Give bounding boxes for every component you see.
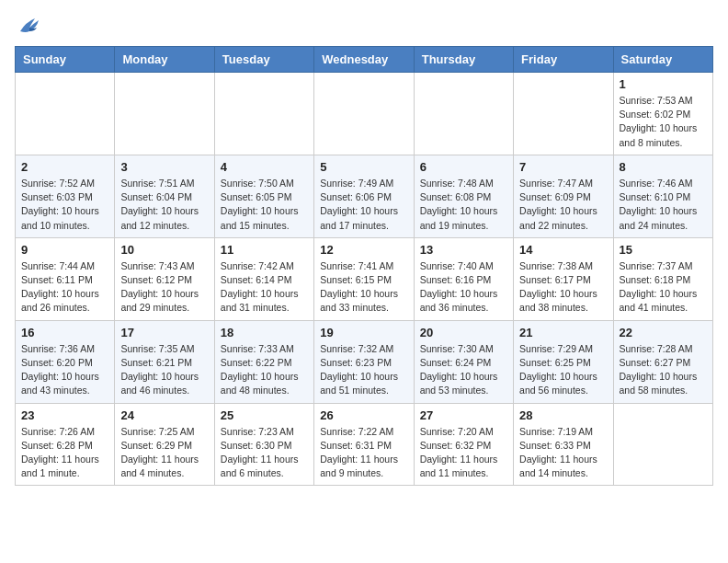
calendar-cell: 27Sunrise: 7:20 AM Sunset: 6:32 PM Dayli… xyxy=(414,403,513,486)
calendar-cell: 22Sunrise: 7:28 AM Sunset: 6:27 PM Dayli… xyxy=(613,320,712,403)
calendar-cell: 21Sunrise: 7:29 AM Sunset: 6:25 PM Dayli… xyxy=(514,320,613,403)
calendar-cell: 8Sunrise: 7:46 AM Sunset: 6:10 PM Daylig… xyxy=(613,155,712,237)
calendar-week-2: 2Sunrise: 7:52 AM Sunset: 6:03 PM Daylig… xyxy=(16,155,713,237)
day-info: Sunrise: 7:41 AM Sunset: 6:15 PM Dayligh… xyxy=(320,259,407,316)
column-header-monday: Monday xyxy=(115,47,214,73)
day-number: 23 xyxy=(21,408,108,422)
column-header-sunday: Sunday xyxy=(16,47,115,73)
day-number: 17 xyxy=(120,326,208,339)
day-info: Sunrise: 7:52 AM Sunset: 6:03 PM Dayligh… xyxy=(21,177,108,233)
calendar-cell: 24Sunrise: 7:25 AM Sunset: 6:29 PM Dayli… xyxy=(115,403,214,486)
day-info: Sunrise: 7:32 AM Sunset: 6:23 PM Dayligh… xyxy=(320,342,407,398)
calendar-table: SundayMondayTuesdayWednesdayThursdayFrid… xyxy=(15,46,713,486)
day-info: Sunrise: 7:20 AM Sunset: 6:32 PM Dayligh… xyxy=(420,425,507,481)
calendar-header-row: SundayMondayTuesdayWednesdayThursdayFrid… xyxy=(16,47,713,73)
calendar-cell: 7Sunrise: 7:47 AM Sunset: 6:09 PM Daylig… xyxy=(514,155,613,237)
day-info: Sunrise: 7:36 AM Sunset: 6:20 PM Dayligh… xyxy=(21,342,108,398)
day-number: 5 xyxy=(320,160,407,174)
day-number: 22 xyxy=(620,326,707,339)
day-info: Sunrise: 7:49 AM Sunset: 6:06 PM Dayligh… xyxy=(320,177,407,233)
day-info: Sunrise: 7:38 AM Sunset: 6:17 PM Dayligh… xyxy=(519,259,607,316)
calendar-cell xyxy=(16,73,115,155)
day-number: 18 xyxy=(221,326,308,339)
column-header-tuesday: Tuesday xyxy=(214,47,313,73)
day-info: Sunrise: 7:51 AM Sunset: 6:04 PM Dayligh… xyxy=(120,177,208,233)
calendar-cell: 4Sunrise: 7:50 AM Sunset: 6:05 PM Daylig… xyxy=(214,155,313,237)
calendar-cell: 12Sunrise: 7:41 AM Sunset: 6:15 PM Dayli… xyxy=(314,237,414,320)
day-info: Sunrise: 7:50 AM Sunset: 6:05 PM Dayligh… xyxy=(221,177,308,233)
column-header-friday: Friday xyxy=(514,47,613,73)
day-info: Sunrise: 7:53 AM Sunset: 6:02 PM Dayligh… xyxy=(620,94,707,150)
calendar-cell: 9Sunrise: 7:44 AM Sunset: 6:11 PM Daylig… xyxy=(16,237,115,320)
calendar-cell xyxy=(314,73,414,155)
day-info: Sunrise: 7:40 AM Sunset: 6:16 PM Dayligh… xyxy=(420,259,507,316)
day-info: Sunrise: 7:44 AM Sunset: 6:11 PM Dayligh… xyxy=(21,259,108,316)
day-info: Sunrise: 7:28 AM Sunset: 6:27 PM Dayligh… xyxy=(620,342,707,398)
day-number: 15 xyxy=(620,243,707,257)
day-number: 2 xyxy=(21,160,108,174)
calendar-cell xyxy=(214,73,313,155)
day-number: 10 xyxy=(120,243,208,257)
calendar-cell: 3Sunrise: 7:51 AM Sunset: 6:04 PM Daylig… xyxy=(115,155,214,237)
calendar-cell: 26Sunrise: 7:22 AM Sunset: 6:31 PM Dayli… xyxy=(314,403,414,486)
day-info: Sunrise: 7:46 AM Sunset: 6:10 PM Dayligh… xyxy=(620,177,707,233)
calendar-cell: 10Sunrise: 7:43 AM Sunset: 6:12 PM Dayli… xyxy=(115,237,214,320)
calendar-cell: 6Sunrise: 7:48 AM Sunset: 6:08 PM Daylig… xyxy=(414,155,513,237)
day-number: 25 xyxy=(221,408,308,422)
day-info: Sunrise: 7:33 AM Sunset: 6:22 PM Dayligh… xyxy=(221,342,308,398)
day-number: 1 xyxy=(620,77,707,91)
day-number: 9 xyxy=(21,243,108,257)
calendar-week-5: 23Sunrise: 7:26 AM Sunset: 6:28 PM Dayli… xyxy=(16,403,713,486)
logo xyxy=(15,15,42,35)
calendar-cell: 1Sunrise: 7:53 AM Sunset: 6:02 PM Daylig… xyxy=(613,73,712,155)
day-number: 6 xyxy=(420,160,507,174)
calendar-week-4: 16Sunrise: 7:36 AM Sunset: 6:20 PM Dayli… xyxy=(16,320,713,403)
day-info: Sunrise: 7:35 AM Sunset: 6:21 PM Dayligh… xyxy=(120,342,208,398)
day-number: 7 xyxy=(519,160,607,174)
calendar-cell: 17Sunrise: 7:35 AM Sunset: 6:21 PM Dayli… xyxy=(115,320,214,403)
day-number: 8 xyxy=(620,160,707,174)
day-number: 27 xyxy=(420,408,507,422)
logo-bird-icon xyxy=(17,15,42,35)
day-info: Sunrise: 7:26 AM Sunset: 6:28 PM Dayligh… xyxy=(21,425,108,481)
day-number: 16 xyxy=(21,326,108,339)
day-number: 11 xyxy=(221,243,308,257)
day-number: 3 xyxy=(120,160,208,174)
day-info: Sunrise: 7:29 AM Sunset: 6:25 PM Dayligh… xyxy=(519,342,607,398)
calendar-week-3: 9Sunrise: 7:44 AM Sunset: 6:11 PM Daylig… xyxy=(16,237,713,320)
day-info: Sunrise: 7:43 AM Sunset: 6:12 PM Dayligh… xyxy=(120,259,208,316)
calendar-cell: 5Sunrise: 7:49 AM Sunset: 6:06 PM Daylig… xyxy=(314,155,414,237)
day-info: Sunrise: 7:25 AM Sunset: 6:29 PM Dayligh… xyxy=(120,425,208,481)
calendar-week-1: 1Sunrise: 7:53 AM Sunset: 6:02 PM Daylig… xyxy=(16,73,713,155)
day-number: 21 xyxy=(519,326,607,339)
calendar-cell: 15Sunrise: 7:37 AM Sunset: 6:18 PM Dayli… xyxy=(613,237,712,320)
calendar-cell: 16Sunrise: 7:36 AM Sunset: 6:20 PM Dayli… xyxy=(16,320,115,403)
day-info: Sunrise: 7:30 AM Sunset: 6:24 PM Dayligh… xyxy=(420,342,507,398)
calendar-cell xyxy=(514,73,613,155)
calendar-cell: 13Sunrise: 7:40 AM Sunset: 6:16 PM Dayli… xyxy=(414,237,513,320)
calendar-cell: 23Sunrise: 7:26 AM Sunset: 6:28 PM Dayli… xyxy=(16,403,115,486)
calendar-cell: 14Sunrise: 7:38 AM Sunset: 6:17 PM Dayli… xyxy=(514,237,613,320)
day-number: 14 xyxy=(519,243,607,257)
page-header xyxy=(15,15,713,35)
column-header-wednesday: Wednesday xyxy=(314,47,414,73)
day-number: 28 xyxy=(519,408,607,422)
calendar-cell xyxy=(613,403,712,486)
day-number: 4 xyxy=(221,160,308,174)
day-number: 12 xyxy=(320,243,407,257)
calendar-cell: 2Sunrise: 7:52 AM Sunset: 6:03 PM Daylig… xyxy=(16,155,115,237)
day-number: 19 xyxy=(320,326,407,339)
calendar-cell: 25Sunrise: 7:23 AM Sunset: 6:30 PM Dayli… xyxy=(214,403,313,486)
day-info: Sunrise: 7:48 AM Sunset: 6:08 PM Dayligh… xyxy=(420,177,507,233)
day-info: Sunrise: 7:37 AM Sunset: 6:18 PM Dayligh… xyxy=(620,259,707,316)
calendar-cell: 19Sunrise: 7:32 AM Sunset: 6:23 PM Dayli… xyxy=(314,320,414,403)
day-info: Sunrise: 7:47 AM Sunset: 6:09 PM Dayligh… xyxy=(519,177,607,233)
column-header-thursday: Thursday xyxy=(414,47,513,73)
calendar-cell: 11Sunrise: 7:42 AM Sunset: 6:14 PM Dayli… xyxy=(214,237,313,320)
day-info: Sunrise: 7:22 AM Sunset: 6:31 PM Dayligh… xyxy=(320,425,407,481)
calendar-cell: 20Sunrise: 7:30 AM Sunset: 6:24 PM Dayli… xyxy=(414,320,513,403)
day-info: Sunrise: 7:42 AM Sunset: 6:14 PM Dayligh… xyxy=(221,259,308,316)
calendar-cell xyxy=(115,73,214,155)
day-number: 13 xyxy=(420,243,507,257)
day-info: Sunrise: 7:19 AM Sunset: 6:33 PM Dayligh… xyxy=(519,425,607,481)
